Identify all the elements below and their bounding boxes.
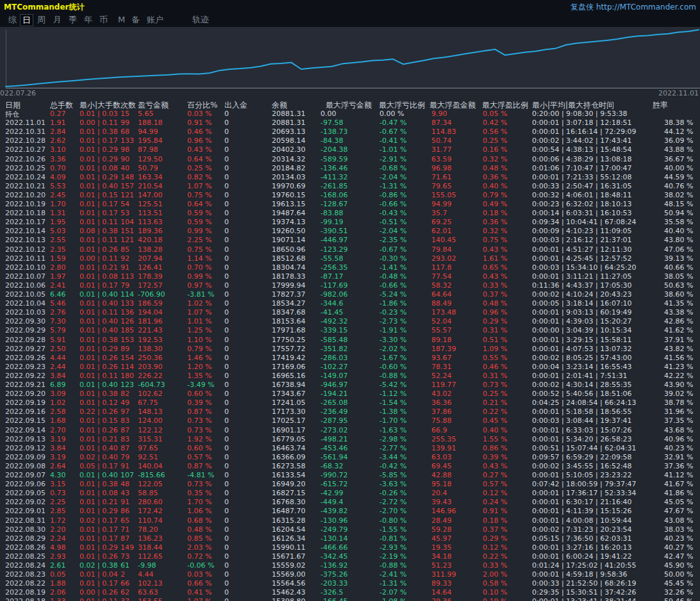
cell-pnl: 210.54 <box>138 182 163 190</box>
cell-pnl: 102.13 <box>138 579 163 588</box>
cell-max-float-profit-pct: 0.46 % <box>483 363 507 371</box>
cell-max-float-profit: 69.45 <box>431 462 452 470</box>
table-row: 2022.08.252.930.01 | 0.2673112.650.72 %0… <box>0 552 700 561</box>
cell-total-lots: 5.53 <box>50 182 66 190</box>
cell-max-float-profit-pct: 0.31 % <box>483 326 507 334</box>
cell-max-float-loss: -375.26 <box>321 570 347 579</box>
cell-balance: 16965.16 <box>272 372 306 380</box>
menu-tab-8[interactable]: 备 <box>129 14 142 25</box>
cell-min-max-lots: 0.01 | 0.17 <box>79 200 118 208</box>
cell-win-rate: 40.96 % <box>664 435 693 443</box>
cell-date: 2022.09.27 <box>5 345 46 353</box>
cell-date: 2022.11.01 <box>5 119 46 127</box>
cell-win-rate: 47.06 % <box>664 245 693 254</box>
cell-total-lots: 1.59 <box>50 254 66 263</box>
menu-tab-9[interactable]: 账户 <box>145 14 165 25</box>
cell-pnl-percent: 0.60 % <box>187 444 212 452</box>
cell-max-float-profit-pct: 1.55 % <box>483 435 507 443</box>
cell-max-float-profit: 187.39 <box>431 345 456 353</box>
cell-trade-count: 83 <box>121 416 129 425</box>
menu-tab-5[interactable]: 年 <box>82 14 94 25</box>
cell-max-float-loss: -411.32 <box>321 173 347 181</box>
cell-pnl-percent: 0.59 % <box>187 218 212 226</box>
cell-total-lots: 6.46 <box>50 290 66 299</box>
menu-tab-trajectory[interactable]: 轨迹 <box>190 14 211 25</box>
cell-pnl-percent: 0.48 % <box>187 525 212 534</box>
cell-pnl-percent: 1.92 % <box>187 435 212 443</box>
menu-tab-7[interactable]: M <box>116 14 127 25</box>
cell-date: 2022.09.07 <box>5 471 46 479</box>
menu-tab-0[interactable]: 综 <box>6 14 19 25</box>
vendor-link[interactable]: 复盘侠 http://MTCommander.com <box>571 2 696 13</box>
cell-max-float-loss: -42.99 <box>321 489 343 497</box>
menu-tab-1[interactable]: 日 <box>20 14 33 26</box>
cell-pnl: 194.04 <box>138 308 163 317</box>
cell-balance: 20134.03 <box>272 173 306 181</box>
cell-date: 2022.09.14 <box>5 426 46 434</box>
cell-win-rate: 38.03 % <box>664 525 693 534</box>
cell-pnl-percent: 0.25 % <box>187 164 212 172</box>
cell-max-float-loss: -492.32 <box>321 317 347 325</box>
cell-max-float-loss-pct: -0.68 % <box>379 164 406 172</box>
cell-max-float-loss-pct: -0.81 % <box>379 534 406 543</box>
cell-max-float-profit: 114.83 <box>431 128 456 136</box>
menu-tab-6[interactable]: 币 <box>97 14 110 25</box>
cell-min-max-lots: 0.01 | 0.08 <box>79 164 118 172</box>
cell-max-float-profit-pct: 0.21 % <box>483 399 507 407</box>
cell-trade-count: 53 <box>121 209 129 217</box>
cell-trade-count: 91 <box>121 263 129 272</box>
cell-balance: 17999.94 <box>272 281 306 290</box>
menu-tab-3[interactable]: 月 <box>51 14 63 25</box>
cell-date: 2022.09.05 <box>5 489 46 497</box>
menu-tab-4[interactable]: 季 <box>67 14 79 25</box>
cell-date: 2022.09.12 <box>5 444 46 452</box>
menu-tab-2[interactable]: 周 <box>35 14 47 25</box>
cell-max-float-profit: 255.35 <box>431 435 456 443</box>
cell-max-float-loss: -136.46 <box>321 164 347 172</box>
cell-min-max-lots: 0.01 | 0.11 <box>79 308 118 317</box>
cell-max-float-profit-pct: 0.91 % <box>483 507 507 515</box>
cell-max-float-profit-pct: 0.45 % <box>483 416 507 425</box>
cell-deposit-withdraw: 0 <box>224 534 229 543</box>
table-row: 2022.09.142.700.01 | 0.2687122.120.73 %0… <box>0 426 700 435</box>
cell-win-rate: 40.66 % <box>664 263 693 272</box>
cell-min-max-lots: 0.01 | 0.40 <box>79 381 118 389</box>
cell-max-float-loss-pct: -1.86 % <box>379 299 406 308</box>
cell-min-max-lots: 0.01 | 0.40 <box>79 471 118 479</box>
chart-axis-labels: 2022.07.26 2022.11.01 <box>0 88 700 98</box>
cell-hold-times: 0:00:02 | 4:10:24 | 20:43:23 <box>532 290 632 299</box>
cell-balance: 15559.02 <box>272 561 306 570</box>
cell-max-float-profit: 31.77 <box>431 145 452 154</box>
cell-hold-times: 0:01:06 | 7:10:47 | 17:00:47 <box>532 164 632 172</box>
cell-date: 2022.10.19 <box>5 200 46 208</box>
table-row: 2022.10.032.760.01 | 0.11136194.041.07 %… <box>0 308 700 317</box>
cell-deposit-withdraw: 0 <box>224 326 229 334</box>
cell-max-float-loss-pct: -2.72 % <box>379 498 406 506</box>
cell-win-rate: 50.63 % <box>664 281 693 290</box>
cell-max-float-profit: 19.35 <box>431 543 452 552</box>
cell-date: 2022.09.08 <box>5 462 46 470</box>
cell-total-lots: 0.70 <box>50 164 66 172</box>
table-row: 2022.08.230.050.01 | 0.0424.440.03 %0155… <box>0 570 700 579</box>
cell-total-lots: 5.91 <box>50 336 66 344</box>
cell-max-float-loss: -946.97 <box>321 381 347 389</box>
cell-max-float-loss: -97.58 <box>321 119 343 127</box>
cell-total-lots: 2.50 <box>50 345 66 353</box>
cell-trade-count: 153 <box>121 336 134 344</box>
table-row: 2022.09.307.300.01 | 0.40126181.961.01 %… <box>0 317 700 326</box>
cell-max-float-loss-pct: -2.04 % <box>379 173 406 181</box>
cell-min-max-lots: 0.08 | 0.38 <box>79 227 118 235</box>
table-row: 2022.08.221.880.01 | 0.1766102.130.66 %0… <box>0 579 700 588</box>
cell-pnl-percent: 0.39 % <box>187 399 212 407</box>
cell-trade-count: 149 <box>121 543 134 552</box>
cell-pnl-percent: 0.82 % <box>187 173 212 181</box>
cell-max-float-profit: 69.25 <box>431 218 452 226</box>
cell-hold-times: 0:00:00 | 3:04:39 | 10:15:34 <box>532 326 632 334</box>
cell-deposit-withdraw: 0 <box>224 453 229 461</box>
cell-win-rate: 31.96 % <box>664 408 693 416</box>
cell-max-float-loss: -149.07 <box>321 372 347 380</box>
cell-trade-count: 104 <box>121 218 134 226</box>
cell-total-lots: 3.09 <box>50 390 66 398</box>
cell-balance: 20881.31 <box>272 119 306 127</box>
cell-trade-count: 87 <box>121 444 129 452</box>
